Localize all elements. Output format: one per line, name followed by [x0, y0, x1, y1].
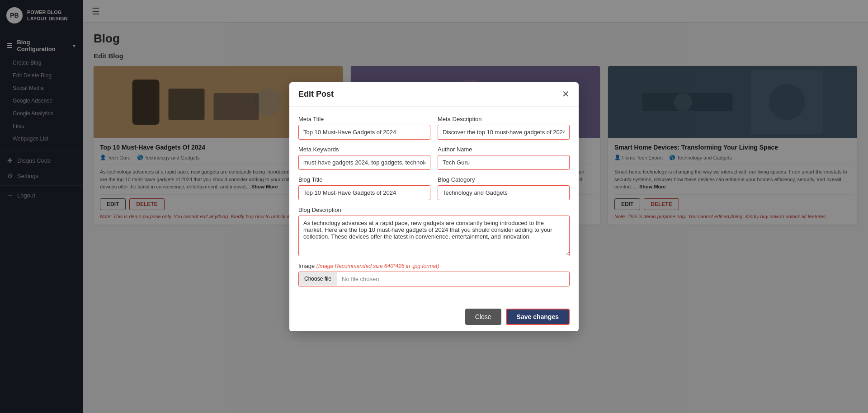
modal-body: Meta Title Meta Description Meta Keyword…	[289, 107, 579, 302]
edit-post-modal: Edit Post ✕ Meta Title Meta Description …	[289, 82, 579, 331]
blog-desc-textarea[interactable]: As technology advances at a rapid pace, …	[298, 216, 570, 256]
choose-file-button[interactable]: Choose file	[299, 272, 337, 286]
form-row-3: Blog Title Blog Category	[298, 176, 570, 200]
blog-desc-label: Blog Description	[298, 206, 570, 213]
meta-keywords-input[interactable]	[298, 155, 430, 170]
meta-desc-input[interactable]	[438, 125, 570, 140]
modal-header: Edit Post ✕	[289, 82, 579, 107]
form-row-1: Meta Title Meta Description	[298, 116, 570, 140]
image-note: (Image Recommended size 640*426 in .jpg …	[316, 263, 439, 269]
form-row-5: Image (Image Recommended size 640*426 in…	[298, 263, 570, 286]
modal-title: Edit Post	[298, 89, 334, 99]
blog-category-group: Blog Category	[438, 176, 570, 200]
modal-footer: Close Save changes	[289, 302, 579, 331]
author-name-input[interactable]	[438, 155, 570, 170]
modal-close-modal-button[interactable]: Close	[465, 309, 501, 325]
save-changes-button[interactable]: Save changes	[506, 309, 570, 325]
blog-category-input[interactable]	[438, 185, 570, 200]
author-name-group: Author Name	[438, 146, 570, 170]
image-label: Image (Image Recommended size 640*426 in…	[298, 263, 570, 269]
file-placeholder: No file chosen	[337, 272, 383, 286]
blog-title-input[interactable]	[298, 185, 430, 200]
form-row-2: Meta Keywords Author Name	[298, 146, 570, 170]
meta-title-group: Meta Title	[298, 116, 430, 140]
meta-title-input[interactable]	[298, 125, 430, 140]
file-input-wrapper: Choose file No file chosen	[298, 272, 570, 286]
meta-desc-label: Meta Description	[438, 116, 570, 122]
meta-keywords-group: Meta Keywords	[298, 146, 430, 170]
meta-desc-group: Meta Description	[438, 116, 570, 140]
blog-title-group: Blog Title	[298, 176, 430, 200]
meta-keywords-label: Meta Keywords	[298, 146, 430, 153]
modal-close-button[interactable]: ✕	[562, 89, 570, 99]
modal-overlay[interactable]: Edit Post ✕ Meta Title Meta Description …	[0, 0, 868, 413]
author-name-label: Author Name	[438, 146, 570, 153]
blog-title-label: Blog Title	[298, 176, 430, 183]
blog-category-label: Blog Category	[438, 176, 570, 183]
form-row-4: Blog Description As technology advances …	[298, 206, 570, 256]
meta-title-label: Meta Title	[298, 116, 430, 122]
image-group: Image (Image Recommended size 640*426 in…	[298, 263, 570, 286]
blog-desc-group: Blog Description As technology advances …	[298, 206, 570, 256]
